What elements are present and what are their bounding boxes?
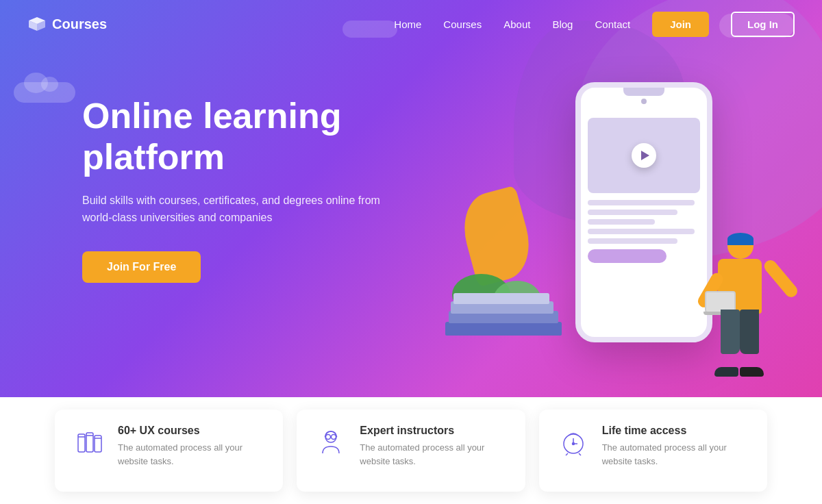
- hero-subtitle: Build skills with courses, certificates,…: [82, 192, 384, 227]
- svg-line-13: [566, 453, 568, 455]
- feature-courses-desc: The automated process all your website t…: [118, 441, 266, 468]
- leaf-orange: [456, 186, 538, 288]
- instructor-icon: [313, 425, 349, 460]
- logo-icon: [27, 16, 47, 32]
- svg-point-8: [332, 435, 336, 440]
- feature-card-instructors: Expert instructors The automated process…: [297, 410, 525, 492]
- svg-point-7: [326, 435, 331, 440]
- logo-text: Courses: [52, 16, 107, 32]
- clock-icon: [556, 425, 591, 460]
- svg-point-17: [572, 443, 574, 445]
- svg-line-14: [579, 453, 581, 455]
- join-free-button[interactable]: Join For Free: [82, 251, 201, 283]
- logo: Courses: [27, 16, 107, 32]
- features-section: 60+ UX courses The automated process all…: [0, 397, 822, 504]
- feature-courses-title: 60+ UX courses: [118, 425, 266, 437]
- nav-about[interactable]: About: [503, 18, 530, 30]
- phone-mockup: [575, 82, 712, 342]
- books-stack: [445, 298, 569, 336]
- character-person: [706, 233, 774, 377]
- feature-card-courses: 60+ UX courses The automated process all…: [55, 410, 283, 492]
- feature-access-desc: The automated process all your website t…: [602, 441, 751, 468]
- site-header: Courses Home Courses About Blog Contact …: [0, 0, 822, 48]
- nav-contact[interactable]: Contact: [595, 18, 630, 30]
- feature-instructors-title: Expert instructors: [360, 425, 508, 437]
- login-button[interactable]: Log In: [731, 12, 795, 37]
- hero-illustration: [397, 55, 781, 383]
- hero-text: Online learning platform Build skills wi…: [82, 96, 425, 283]
- nav-courses[interactable]: Courses: [443, 18, 482, 30]
- phone-notch: [623, 88, 664, 96]
- books-icon: [71, 425, 107, 460]
- nav-home[interactable]: Home: [394, 18, 421, 30]
- nav-blog[interactable]: Blog: [552, 18, 573, 30]
- feature-card-access: Life time access The automated process a…: [539, 410, 767, 492]
- feature-instructors-desc: The automated process all your website t…: [360, 441, 508, 468]
- join-button[interactable]: Join: [652, 12, 709, 37]
- feature-access-title: Life time access: [602, 425, 751, 437]
- main-nav: Home Courses About Blog Contact Join Log…: [394, 12, 795, 37]
- hero-title: Online learning platform: [82, 96, 425, 178]
- cloud-decoration-1: [14, 82, 75, 103]
